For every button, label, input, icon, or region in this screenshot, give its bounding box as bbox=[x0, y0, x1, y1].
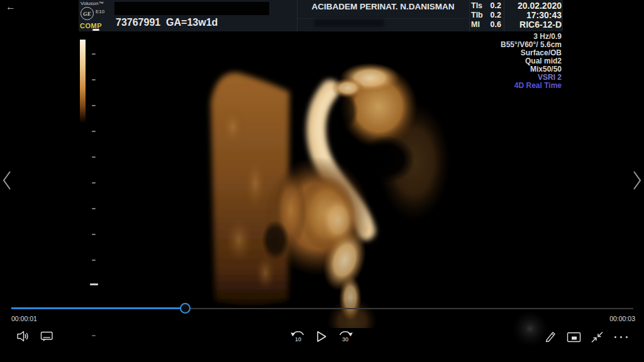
play-button[interactable] bbox=[316, 331, 327, 343]
svg-text:30: 30 bbox=[342, 336, 348, 343]
divider bbox=[469, 0, 470, 31]
subtitles-button[interactable] bbox=[40, 331, 53, 342]
acquisition-mode: 4D Real Time bbox=[501, 82, 562, 90]
ti-label: MI bbox=[471, 20, 480, 30]
ti-row: TIb 0.2 bbox=[471, 11, 501, 20]
ti-value: 0.2 bbox=[491, 1, 501, 11]
device-model: E10 bbox=[96, 9, 104, 14]
ti-row: TIs 0.2 bbox=[471, 1, 501, 11]
mini-player-button[interactable] bbox=[567, 332, 581, 343]
seekbar-progress[interactable] bbox=[11, 307, 186, 309]
ti-row: MI 0.6 bbox=[471, 20, 501, 30]
subtitles-icon bbox=[40, 331, 53, 342]
total-time: 00:00:03 bbox=[609, 315, 635, 322]
patient-name-redaction bbox=[114, 2, 269, 15]
elapsed-time: 00:00:01 bbox=[11, 315, 37, 322]
skip-back-10-icon: 10 bbox=[290, 329, 306, 344]
fetal-4d-render bbox=[195, 52, 453, 328]
study-time: 17:30:43 bbox=[505, 11, 562, 20]
svg-text:10: 10 bbox=[295, 336, 301, 343]
ti-value: 0.6 bbox=[491, 20, 501, 30]
more-options-button[interactable] bbox=[613, 335, 629, 339]
pencil-icon bbox=[545, 331, 557, 343]
brand-panel: Voluson™ GE E10 COMP bbox=[79, 0, 114, 31]
focus-marker bbox=[90, 283, 98, 285]
scan-parameters: 3 Hz/0.9 B55°/V60°/ 5.6cm Surface/OB Qua… bbox=[501, 33, 562, 90]
device-name: Voluson™ bbox=[80, 1, 103, 6]
ultrasound-video-player-screen: ← Voluson™ GE E10 COMP 73767991 GA=13w1d… bbox=[0, 0, 644, 362]
next-media-chevron[interactable] bbox=[632, 170, 642, 191]
divider bbox=[297, 18, 469, 19]
ultrasound-header-bar: Voluson™ GE E10 COMP 73767991 GA=13w1d A… bbox=[79, 0, 563, 31]
touch-ripple-overlay bbox=[513, 311, 548, 346]
study-datetime-block: 20.02.2020 17:30:43 RIC6-12-D bbox=[505, 1, 562, 30]
play-icon bbox=[316, 331, 327, 343]
skip-back-button[interactable]: 10 bbox=[290, 329, 306, 344]
volume-button[interactable] bbox=[16, 330, 30, 343]
ti-value: 0.2 bbox=[491, 11, 501, 20]
probe-name: RIC6-12-D bbox=[505, 20, 562, 30]
blurred-secondary-text bbox=[314, 19, 384, 26]
collapse-arrows-icon bbox=[591, 331, 604, 343]
volume-icon bbox=[16, 330, 30, 343]
study-date: 20.02.2020 bbox=[505, 1, 562, 11]
mini-player-icon bbox=[567, 332, 581, 343]
divider bbox=[504, 0, 504, 31]
clinic-name: ACIBADEM PERINAT. N.DANISMAN bbox=[297, 2, 469, 11]
ti-label: TIb bbox=[471, 11, 483, 20]
skip-forward-button[interactable]: 30 bbox=[337, 329, 353, 344]
ge-logo-icon: GE bbox=[80, 7, 94, 20]
grayscale-curve-bar bbox=[80, 40, 86, 123]
skip-forward-30-icon: 30 bbox=[337, 329, 353, 344]
patient-id-and-ga: 73767991 GA=13w1d bbox=[116, 17, 218, 28]
ti-label: TIs bbox=[471, 1, 482, 11]
edit-button[interactable] bbox=[545, 331, 557, 343]
thermal-index-block: TIs 0.2 TIb 0.2 MI 0.6 bbox=[471, 1, 501, 30]
probe-orientation-marker bbox=[92, 29, 99, 31]
seekbar-thumb[interactable] bbox=[180, 303, 191, 314]
exit-fullscreen-button[interactable] bbox=[591, 331, 604, 343]
back-arrow-icon[interactable]: ← bbox=[6, 1, 16, 13]
more-dots-icon bbox=[613, 335, 629, 339]
seekbar-remaining[interactable] bbox=[191, 308, 633, 309]
previous-media-chevron[interactable] bbox=[2, 170, 12, 191]
